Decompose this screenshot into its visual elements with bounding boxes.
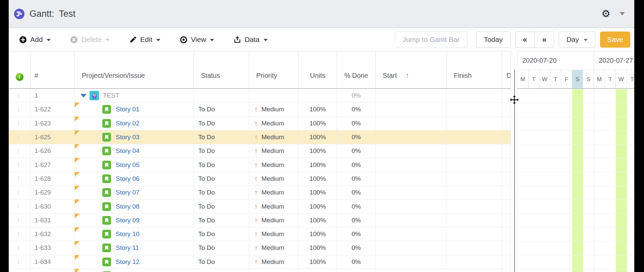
column-header-units[interactable]: Units	[299, 51, 337, 88]
cell-finish[interactable]	[447, 172, 502, 185]
cell-status[interactable]: To Do	[194, 103, 249, 116]
cell-start[interactable]	[376, 117, 447, 130]
cell-finish[interactable]	[447, 144, 502, 158]
cell-priority[interactable]: ↑Medium	[249, 227, 299, 241]
cell-pct-done[interactable]: 0%	[337, 158, 376, 171]
cell-start[interactable]	[376, 186, 447, 199]
cell-start[interactable]	[376, 144, 447, 158]
cell-status[interactable]: To Do	[194, 158, 249, 171]
cell-status[interactable]: To Do	[194, 255, 249, 269]
row-drag-handle[interactable]	[18, 107, 19, 112]
row-drag-handle[interactable]	[18, 204, 19, 209]
jump-to-gantt-bar-button[interactable]: Jump to Gantt Bar	[395, 32, 467, 48]
cell-units[interactable]: 100%	[299, 172, 337, 185]
cell-duration[interactable]	[502, 186, 511, 199]
row-drag-handle[interactable]	[18, 218, 19, 222]
cell-duration[interactable]	[502, 227, 511, 241]
cell-start[interactable]	[376, 103, 447, 116]
cell-start[interactable]	[376, 89, 447, 102]
cell-pct-done[interactable]: 0%	[337, 255, 376, 269]
cell-finish[interactable]	[447, 130, 502, 144]
issue-link[interactable]: Story 09	[116, 217, 140, 224]
data-menu-button[interactable]: Data	[233, 36, 267, 44]
row-drag-handle[interactable]	[18, 94, 19, 98]
row-drag-handle[interactable]	[18, 246, 19, 250]
column-header-status[interactable]: Status	[194, 51, 249, 88]
cell-duration[interactable]	[502, 103, 511, 116]
cell-status[interactable]	[194, 269, 249, 272]
cell-pct-done[interactable]: 0%	[337, 200, 376, 213]
cell-pct-done[interactable]: 0%	[337, 130, 376, 144]
row-drag-handle[interactable]	[18, 149, 19, 153]
row-drag-handle[interactable]	[18, 121, 19, 125]
cell-finish[interactable]	[447, 103, 502, 116]
save-button[interactable]: Save	[600, 32, 630, 48]
cell-priority[interactable]: ↑Medium	[249, 200, 299, 213]
column-header-start[interactable]: Start ↑	[376, 51, 447, 88]
issue-link[interactable]: Story 05	[116, 161, 140, 169]
view-menu-button[interactable]: View	[180, 36, 214, 44]
cell-duration[interactable]	[502, 255, 511, 269]
cell-units[interactable]	[299, 89, 337, 102]
cell-duration[interactable]	[502, 172, 511, 185]
cell-units[interactable]: 100%	[299, 144, 337, 158]
settings-gear-icon[interactable]: ⚙	[601, 9, 610, 19]
cell-priority[interactable]: ↑Medium	[249, 172, 299, 185]
issue-link[interactable]: Story 06	[116, 175, 140, 182]
cell-status[interactable]: To Do	[194, 227, 249, 241]
edit-menu-button[interactable]: Edit	[129, 36, 160, 44]
issue-link[interactable]: Story 01	[116, 106, 140, 113]
column-header-num[interactable]: #	[31, 51, 75, 88]
cell-units[interactable]: 100%	[299, 227, 337, 241]
cell-finish[interactable]	[447, 214, 502, 227]
cell-priority[interactable]	[249, 89, 299, 102]
issue-link[interactable]: Story 12	[116, 258, 140, 266]
cell-pct-done[interactable]: 0%	[337, 214, 376, 227]
cell-finish[interactable]	[447, 89, 502, 102]
cell-status[interactable]: To Do	[194, 214, 249, 227]
column-header-pct-done[interactable]: % Done	[337, 51, 376, 88]
cell-pct-done[interactable]: 0%	[337, 103, 376, 116]
column-header-indicator[interactable]: !	[9, 51, 31, 88]
cell-priority[interactable]: ↑Medium	[249, 130, 299, 144]
today-button[interactable]: Today	[476, 32, 511, 48]
cell-priority[interactable]: ↑Medium	[249, 103, 299, 116]
issue-link[interactable]: Story 07	[116, 189, 140, 196]
row-drag-handle[interactable]	[18, 232, 19, 236]
issue-link[interactable]: Story 11	[116, 244, 139, 252]
row-drag-handle[interactable]	[18, 191, 19, 195]
row-drag-handle[interactable]	[18, 135, 19, 140]
cell-units[interactable]: 100%	[299, 130, 337, 144]
column-header-finish[interactable]: Finish	[447, 51, 502, 88]
cell-pct-done[interactable]: 0%	[337, 241, 376, 255]
cell-priority[interactable]: ↑Medium	[249, 214, 299, 227]
cell-priority[interactable]	[249, 269, 299, 272]
cell-start[interactable]	[376, 130, 447, 144]
cell-pct-done[interactable]: 0%	[337, 117, 376, 130]
cell-start[interactable]	[376, 227, 447, 241]
cell-status[interactable]: To Do	[194, 241, 249, 255]
issue-link[interactable]: Story 10	[116, 230, 140, 238]
column-header-priority[interactable]: Priority	[249, 51, 299, 88]
cell-status[interactable]	[194, 89, 249, 102]
issue-link[interactable]: Story 08	[116, 203, 140, 210]
cell-units[interactable]	[299, 269, 337, 272]
column-header-name[interactable]: Project/Version/Issue	[75, 51, 194, 88]
cell-start[interactable]	[376, 241, 447, 255]
row-drag-handle[interactable]	[18, 176, 19, 181]
cell-finish[interactable]	[447, 200, 502, 213]
delete-menu-button[interactable]: Delete	[70, 36, 110, 44]
cell-start[interactable]	[376, 214, 447, 227]
issue-link[interactable]: Story 04	[116, 147, 140, 155]
cell-start[interactable]	[376, 269, 447, 272]
cell-pct-done[interactable]: 0%	[337, 144, 376, 158]
cell-units[interactable]: 100%	[299, 103, 337, 116]
cell-priority[interactable]: ↑Medium	[249, 158, 299, 171]
cell-status[interactable]: To Do	[194, 130, 249, 144]
cell-duration[interactable]	[502, 144, 511, 158]
row-drag-handle[interactable]	[18, 163, 19, 167]
cell-start[interactable]	[376, 158, 447, 171]
row-drag-handle[interactable]	[18, 260, 19, 264]
issue-link[interactable]: Story 03	[116, 133, 140, 141]
cell-units[interactable]: 100%	[299, 255, 337, 269]
